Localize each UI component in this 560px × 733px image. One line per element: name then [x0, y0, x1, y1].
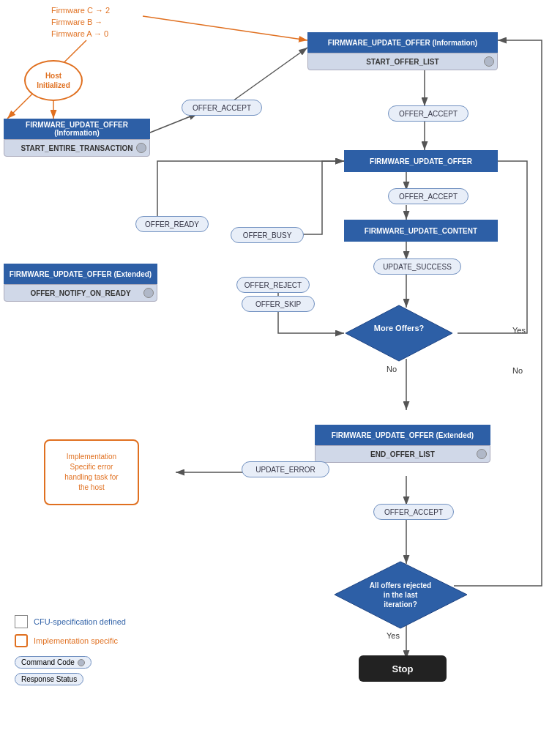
- update-error-label: UPDATE_ERROR: [255, 466, 316, 474]
- update-success-pill: UPDATE_SUCCESS: [373, 258, 461, 275]
- svg-text:More Offers?: More Offers?: [374, 324, 425, 332]
- end-offer-list-label: END_OFFER_LIST: [370, 450, 435, 458]
- offer-accept-mid-label: OFFER_ACCEPT: [399, 110, 458, 118]
- legend-response-status-label: Response Status: [21, 675, 77, 683]
- fw-update-offer-extended-left-label: FIRMWARE_UPDATE_OFFER (Extended): [10, 270, 152, 278]
- offer-notify-on-ready-circle: [143, 288, 154, 298]
- yes-label-right: Yes: [512, 326, 526, 335]
- host-initialized-label: Host Initialized: [37, 71, 70, 90]
- svg-text:iteration?: iteration?: [384, 600, 417, 609]
- legend-response-status-pill: Response Status: [15, 673, 83, 685]
- legend-area: CFU-specification defined Implementation…: [15, 615, 126, 685]
- offer-accept-pill-2: OFFER_ACCEPT: [388, 188, 468, 204]
- fw-update-offer-box: FIRMWARE_UPDATE_OFFER: [344, 150, 498, 172]
- legend-cfu-label: CFU-specification defined: [34, 617, 126, 626]
- offer-accept-pill-mid: OFFER_ACCEPT: [388, 105, 468, 122]
- firmware-b-label: Firmware B →: [51, 18, 102, 26]
- impl-specific-box: Implementation Specific error handling t…: [44, 439, 139, 505]
- offer-notify-on-ready-box: OFFER_NOTIFY_ON_READY: [4, 284, 157, 302]
- offer-ready-pill: OFFER_READY: [135, 216, 209, 232]
- legend-impl-label: Implementation specific: [34, 636, 118, 645]
- end-offer-list-circle: [477, 449, 487, 459]
- yes-label-bottom: Yes: [387, 631, 400, 640]
- fw-update-offer-info-left-label: FIRMWARE_UPDATE_OFFER (Information): [7, 121, 147, 137]
- legend-command-code-pill: Command Code: [15, 656, 92, 669]
- legend-impl-box: [15, 634, 28, 647]
- start-offer-list-label: START_OFFER_LIST: [366, 58, 438, 66]
- offer-busy-label: OFFER_BUSY: [243, 231, 292, 239]
- legend-cfu-box: [15, 615, 28, 628]
- end-offer-list-box: END_OFFER_LIST: [315, 445, 490, 463]
- start-offer-list-circle: [484, 56, 494, 67]
- fw-update-offer-extended-left: FIRMWARE_UPDATE_OFFER (Extended): [4, 264, 157, 284]
- fw-update-offer-info-left: FIRMWARE_UPDATE_OFFER (Information): [4, 119, 150, 139]
- offer-accept-2-label: OFFER_ACCEPT: [399, 193, 458, 201]
- offer-reject-label: OFFER_REJECT: [244, 281, 302, 289]
- offer-notify-on-ready-label: OFFER_NOTIFY_ON_READY: [30, 289, 130, 297]
- host-initialized-oval: Host Initialized: [24, 60, 83, 101]
- svg-line-4: [143, 16, 307, 40]
- offer-reject-pill: OFFER_REJECT: [236, 277, 310, 293]
- firmware-c-label: Firmware C → 2: [51, 6, 110, 15]
- legend-command-code-label: Command Code: [21, 658, 75, 666]
- diagram-container: Firmware C → 2 Firmware B → Firmware A →…: [0, 0, 560, 733]
- offer-accept-top-label: OFFER_ACCEPT: [193, 104, 251, 112]
- stop-box: Stop: [359, 655, 447, 682]
- svg-text:All offers rejected: All offers rejected: [370, 581, 431, 589]
- all-offers-rejected-diamond: All offers rejected in the last iteratio…: [333, 560, 468, 630]
- no-label-bottom: No: [387, 365, 397, 373]
- fw-update-offer-extended-bottom-label: FIRMWARE_UPDATE_OFFER (Extended): [332, 431, 474, 439]
- update-error-pill: UPDATE_ERROR: [242, 461, 329, 477]
- start-entire-transaction-circle: [136, 143, 146, 153]
- fw-update-offer-label: FIRMWARE_UPDATE_OFFER: [370, 157, 472, 165]
- offer-accept-pill-bottom: OFFER_ACCEPT: [373, 504, 454, 520]
- start-offer-list-box: START_OFFER_LIST: [307, 53, 498, 70]
- update-success-label: UPDATE_SUCCESS: [383, 263, 452, 271]
- start-entire-transaction-box: START_ENTIRE_TRANSACTION: [4, 139, 150, 157]
- more-offers-diamond: More Offers?: [344, 304, 454, 362]
- fw-update-offer-extended-bottom: FIRMWARE_UPDATE_OFFER (Extended): [315, 425, 490, 445]
- offer-busy-pill: OFFER_BUSY: [231, 227, 304, 243]
- stop-label: Stop: [392, 663, 414, 674]
- svg-line-5: [143, 114, 198, 135]
- svg-line-6: [225, 48, 307, 106]
- fw-update-offer-info-top-label: FIRMWARE_UPDATE_OFFER (Information): [328, 39, 477, 47]
- fw-update-content-label: FIRMWARE_UPDATE_CONTENT: [365, 227, 477, 235]
- offer-ready-label: OFFER_READY: [145, 220, 199, 228]
- more-offers-diamond-svg: More Offers?: [344, 304, 454, 362]
- firmware-a-label: Firmware A → 0: [51, 29, 108, 38]
- start-entire-transaction-label: START_ENTIRE_TRANSACTION: [20, 144, 132, 152]
- no-label-right: No: [512, 366, 523, 375]
- fw-update-content-box: FIRMWARE_UPDATE_CONTENT: [344, 220, 498, 242]
- offer-skip-pill: OFFER_SKIP: [242, 296, 315, 312]
- all-offers-diamond-svg: All offers rejected in the last iteratio…: [333, 560, 468, 630]
- legend-command-circle: [78, 659, 85, 666]
- svg-text:in the last: in the last: [384, 591, 418, 599]
- offer-skip-label: OFFER_SKIP: [255, 300, 301, 308]
- fw-update-offer-info-top: FIRMWARE_UPDATE_OFFER (Information): [307, 32, 498, 53]
- svg-marker-18: [346, 305, 452, 361]
- offer-accept-pill-top: OFFER_ACCEPT: [182, 100, 262, 116]
- impl-specific-label: Implementation Specific error handling t…: [64, 452, 118, 493]
- offer-accept-bottom-label: OFFER_ACCEPT: [384, 508, 443, 516]
